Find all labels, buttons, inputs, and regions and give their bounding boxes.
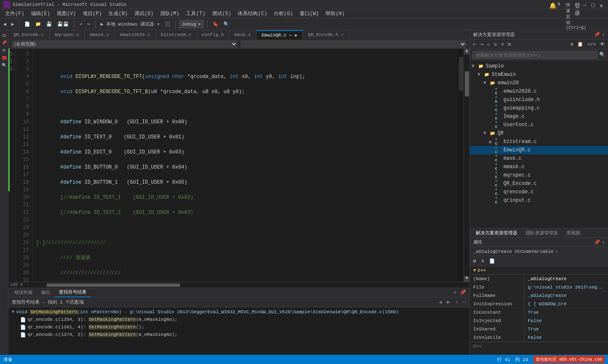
sidebar-pin-icon[interactable]: 📌 (1, 39, 8, 46)
menu-edit[interactable]: 编辑(E) (28, 9, 54, 18)
vertical-scrollbar[interactable]: ▲ ▼ (464, 49, 469, 282)
bottom-content[interactable]: ▼ void SetMaskingPattern(int nPatternNo)… (8, 307, 469, 355)
collapse-btn-3[interactable]: [-] (10, 65, 16, 73)
menu-help[interactable]: 帮助(H) (322, 9, 348, 18)
tab-mqrspec-c[interactable]: mqrspec.c (50, 30, 85, 39)
menu-test[interactable]: 测试(S) (209, 9, 235, 18)
tree-mqrspec-c[interactable]: • C mqrspec.c (470, 171, 608, 179)
menu-build[interactable]: 生成(B) (105, 9, 131, 18)
menu-debug[interactable]: 调试(D) (131, 9, 157, 18)
prop-pages-btn[interactable]: 📄 (487, 257, 497, 265)
tree-emwin2020-c[interactable]: • C emwin2020.c (470, 87, 608, 96)
se-tab-team[interactable]: 团队资源管理器 (522, 229, 562, 237)
se-btn-refresh[interactable]: ↻ (493, 41, 499, 48)
stop-btn[interactable]: ⬛ (163, 21, 172, 28)
quick-launch[interactable]: 快速启动 (Ctrl+Q) (566, 2, 571, 7)
scroll-up-btn[interactable]: ▲ (464, 49, 469, 55)
se-pin-btn[interactable]: 📌 (594, 32, 600, 37)
se-tab-solution[interactable]: 解决方案资源管理器 (472, 229, 522, 237)
se-btn-props[interactable]: ⚙ (569, 41, 575, 48)
sidebar-props-icon[interactable]: ⚙ (1, 47, 8, 54)
tab-mask-c[interactable]: mask.c (229, 30, 257, 39)
tree-emwin20[interactable]: ▼ 📂 emwin20 (470, 79, 608, 87)
prop-section-expand[interactable]: ▼ (473, 268, 476, 273)
tree-userfont-c[interactable]: • C UserFont.c (470, 121, 608, 129)
code-content[interactable]: void DISPLAY_RENCODE_TO_TFT(unsigned cha… (33, 49, 459, 282)
tree-bitstream-c[interactable]: ▶ • C bitstream.c (470, 138, 608, 146)
h-scroll-thumb[interactable] (47, 283, 180, 287)
menu-tools[interactable]: 工具(T) (183, 9, 209, 18)
find-expand-btn[interactable]: ↕ (453, 299, 460, 305)
toolbar-back[interactable]: ◀ (2, 21, 8, 28)
prop-sort-category[interactable]: ⊞ (472, 257, 478, 265)
close-button[interactable]: ✕ (600, 2, 605, 7)
menu-view[interactable]: 视图(V) (53, 9, 79, 18)
tab-errors[interactable]: 错误列表 (10, 288, 37, 297)
tree-qr-folder[interactable]: ▼ 📂 QR (470, 129, 608, 138)
se-btn-code[interactable]: </> (586, 41, 598, 48)
debug-mode-dropdown[interactable]: Debug ▾ (179, 20, 204, 28)
find-result-1[interactable]: 📄 qr_encode.c(1354, 3): SetMaskingPatter… (10, 316, 468, 323)
undo-btn[interactable]: ↩ (78, 21, 84, 28)
se-tab-class[interactable]: 类视图 (562, 229, 584, 237)
menu-arch[interactable]: 体系结构(C) (234, 9, 270, 18)
save-all-btn[interactable]: 💾💾 (55, 21, 71, 28)
tab-qr-encode-c[interactable]: QR_Encode.c (8, 30, 50, 39)
prop-close-btn[interactable]: ✕ (602, 239, 605, 245)
menu-window[interactable]: 窗口(W) (296, 9, 322, 18)
tree-mmask-c[interactable]: • C mmask.c (470, 163, 608, 171)
function-dropdown[interactable] (241, 40, 466, 48)
se-btn-collapse[interactable]: ⊟ (506, 41, 513, 48)
menu-project[interactable]: 项目(P) (79, 9, 105, 18)
tree-sample[interactable]: ▼ 📁 Sample (470, 62, 608, 70)
h-scroll-track[interactable] (24, 283, 469, 287)
save-btn[interactable]: 💾 (45, 21, 54, 28)
sidebar-find-icon[interactable]: 🔍 (1, 62, 8, 69)
find-result-3[interactable]: 📄 qr_encode.c(1374, 2): SetMaskingPatter… (10, 331, 468, 338)
prop-sort-alpha[interactable]: Ａ (479, 257, 487, 265)
toolbar-forward[interactable]: ▶ (10, 21, 16, 28)
tree-guimapping-c[interactable]: • C guimapping.c (470, 104, 608, 112)
tab-emwinqr-c[interactable]: EmwinQR.c ✕ ▶ (257, 30, 303, 39)
tree-image-c[interactable]: • C Image.c (470, 112, 608, 121)
notifications-icon[interactable]: 🔔 (549, 2, 554, 7)
login-button[interactable]: 登录 (574, 2, 579, 7)
minimize-button[interactable]: ─ (583, 2, 588, 7)
tab-emwin2020-c[interactable]: emwin2020.c (115, 30, 156, 39)
se-btn-viewclass[interactable]: 👁 (598, 41, 606, 48)
scroll-thumb[interactable] (465, 71, 469, 96)
tab-qr-encode-h[interactable]: QR_Encode.h ✕ (303, 30, 349, 39)
maximize-button[interactable]: □ (591, 2, 596, 7)
open-btn[interactable]: 📁 (34, 21, 43, 28)
se-btn-back[interactable]: ⟵ (472, 41, 478, 48)
menu-team[interactable]: 团队(M) (157, 9, 183, 18)
find-result-header[interactable]: ▼ void SetMaskingPattern(int nPatternNo)… (10, 308, 468, 316)
se-search-input[interactable] (472, 51, 598, 59)
tree-emwinqr-c[interactable]: • C EmwinQR.c (470, 146, 608, 154)
se-search-icon[interactable]: 🔍 (599, 52, 605, 58)
tab-mmask-c[interactable]: mmask.c (85, 30, 115, 39)
bookmark-btn[interactable]: 🔖 (211, 21, 220, 28)
run-button[interactable]: ▶ 本地 Windows 调试器 ▾ (99, 20, 162, 28)
collapse-btn-2[interactable]: [-] (10, 58, 16, 65)
tree-qrencode-c[interactable]: • C qrencode.c (470, 188, 608, 196)
minimap-thumb[interactable] (459, 57, 463, 91)
tab-config-h[interactable]: config.h (197, 30, 230, 39)
tab-output[interactable]: 输出 (37, 288, 55, 297)
se-btn-home[interactable]: ⌂ (485, 41, 492, 48)
tree-qrinput-c[interactable]: • C qrinput.c (470, 196, 608, 205)
tree-mask-c[interactable]: • C mask.c (470, 154, 608, 163)
se-btn-showfiles[interactable]: 📋 (576, 41, 585, 48)
tab-bitstream-c[interactable]: bitstream.c (156, 30, 197, 39)
code-editor[interactable]: [-] [-] [-] 1 2 3 4 5 6 7 8 9 (8, 49, 469, 282)
bottom-close-btn[interactable]: ✕ (452, 289, 458, 296)
se-btn-filter[interactable]: ▽ (499, 41, 506, 48)
tree-qr-encode-c[interactable]: • C QR_Encode.c (470, 179, 608, 188)
se-btn-forward[interactable]: ⟶ (479, 41, 485, 48)
find-btn[interactable]: 🔍 (222, 21, 231, 28)
redo-btn[interactable]: ↪ (86, 21, 92, 28)
find-collapse-btn[interactable]: ↔ (461, 299, 468, 305)
bottom-pin-btn[interactable]: 📌 (458, 289, 468, 296)
tree-guiinclude-h[interactable]: • h guiinclude.h (470, 96, 608, 104)
new-project-btn[interactable]: 📄 (23, 21, 32, 28)
